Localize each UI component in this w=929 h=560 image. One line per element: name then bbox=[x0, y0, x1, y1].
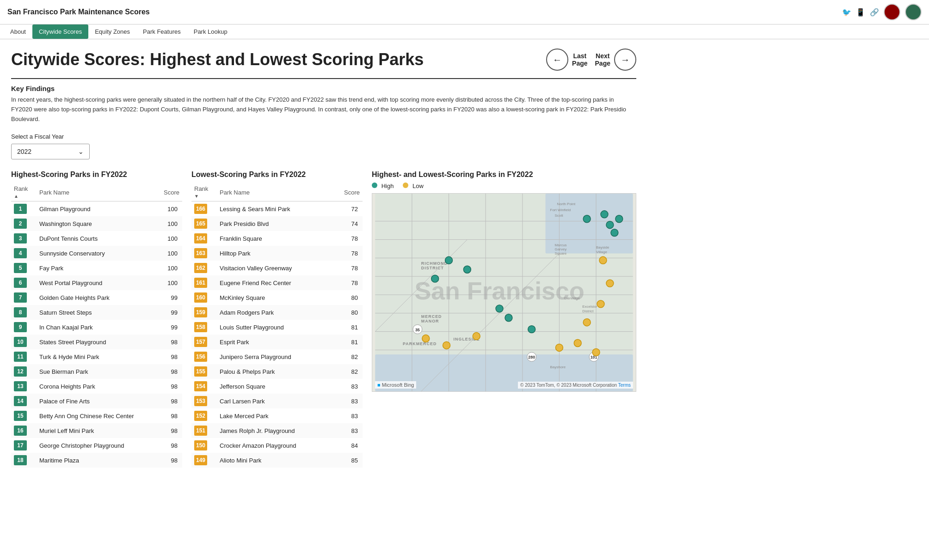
lowest-rank-header[interactable]: Rank bbox=[191, 183, 217, 201]
next-page-circle[interactable]: → bbox=[614, 49, 636, 71]
score-cell: 98 bbox=[157, 349, 182, 364]
page-navigation: ← LastPage NextPage → bbox=[546, 49, 636, 71]
svg-text:Bayshore: Bayshore bbox=[550, 365, 566, 370]
score-cell: 74 bbox=[332, 216, 363, 231]
map-attribution: © 2023 TomTom, © 2023 Microsoft Corporat… bbox=[518, 382, 633, 389]
terms-link[interactable]: Terms bbox=[618, 383, 631, 388]
name-cell: Palou & Phelps Park bbox=[217, 364, 332, 379]
name-cell: States Street Playground bbox=[37, 335, 157, 349]
score-cell: 78 bbox=[332, 261, 363, 275]
table-row: 165 Park Presidio Blvd 74 bbox=[191, 216, 363, 231]
score-cell: 99 bbox=[157, 290, 182, 305]
svg-text:RICHMOND: RICHMOND bbox=[421, 262, 448, 266]
score-cell: 98 bbox=[157, 335, 182, 349]
nav-park-lookup[interactable]: Park Lookup bbox=[187, 24, 234, 39]
svg-text:San Francisco: San Francisco bbox=[414, 277, 584, 304]
svg-text:MANOR: MANOR bbox=[421, 319, 439, 323]
highest-rank-header[interactable]: Rank bbox=[11, 183, 37, 201]
rank-cell: 17 bbox=[11, 438, 37, 453]
name-cell: Crocker Amazon Playground bbox=[217, 438, 332, 453]
rank-cell: 3 bbox=[11, 231, 37, 246]
app-header: San Francisco Park Maintenance Scores 🐦 … bbox=[0, 0, 929, 24]
score-cell: 100 bbox=[157, 216, 182, 231]
rank-cell: 18 bbox=[11, 453, 37, 468]
legend-low-dot bbox=[403, 183, 408, 188]
table-row: 13 Corona Heights Park 98 bbox=[11, 379, 182, 394]
nav-park-features[interactable]: Park Features bbox=[136, 24, 187, 39]
name-cell: Esprit Park bbox=[217, 335, 332, 349]
score-cell: 80 bbox=[332, 290, 363, 305]
table-row: 161 Eugene Friend Rec Center 78 bbox=[191, 275, 363, 290]
rank-badge: 163 bbox=[194, 248, 207, 258]
rank-cell: 7 bbox=[11, 290, 37, 305]
svg-point-63 bbox=[443, 342, 450, 349]
name-cell: Adam Rodgers Park bbox=[217, 305, 332, 320]
table-row: 164 Franklin Square 78 bbox=[191, 231, 363, 246]
last-page-circle[interactable]: ← bbox=[546, 49, 568, 71]
score-cell: 100 bbox=[157, 231, 182, 246]
key-findings-title: Key Findings bbox=[11, 85, 636, 92]
svg-text:Square: Square bbox=[554, 252, 566, 256]
nav-about[interactable]: About bbox=[4, 24, 32, 39]
highest-score-header: Score bbox=[157, 183, 182, 201]
svg-point-62 bbox=[473, 333, 480, 340]
facebook-icon[interactable]: 🐦 bbox=[842, 8, 851, 17]
svg-text:Bayside: Bayside bbox=[596, 246, 609, 250]
rank-cell: 12 bbox=[11, 364, 37, 379]
rank-badge: 154 bbox=[194, 381, 207, 391]
svg-text:Marcus: Marcus bbox=[554, 243, 566, 248]
rank-cell: 6 bbox=[11, 275, 37, 290]
score-cell: 72 bbox=[332, 201, 363, 217]
svg-point-59 bbox=[574, 340, 581, 347]
nav-citywide-scores[interactable]: Citywide Scores bbox=[32, 24, 88, 39]
name-cell: Jefferson Square bbox=[217, 379, 332, 394]
rank-badge: 160 bbox=[194, 292, 207, 303]
table-row: 153 Carl Larsen Park 83 bbox=[191, 394, 363, 408]
last-page-button[interactable]: ← LastPage bbox=[546, 49, 587, 71]
key-findings-section: Key Findings In recent years, the highes… bbox=[11, 85, 636, 124]
name-cell: Lessing & Sears Mini Park bbox=[217, 201, 332, 217]
svg-text:DISTRICT: DISTRICT bbox=[421, 266, 444, 271]
tables-map-section: Highest-Scoring Parks in FY2022 Rank Par… bbox=[11, 170, 636, 468]
table-row: 158 Louis Sutter Playground 81 bbox=[191, 320, 363, 335]
nav-equity-zones[interactable]: Equity Zones bbox=[88, 24, 136, 39]
name-cell: George Christopher Playground bbox=[37, 438, 157, 453]
next-page-button[interactable]: NextPage → bbox=[595, 49, 636, 71]
rank-badge: 17 bbox=[14, 440, 27, 450]
map-container: RICHMOND DISTRICT MERCED MANOR PARKMERCE… bbox=[372, 193, 636, 392]
svg-point-52 bbox=[505, 314, 512, 322]
rank-badge: 11 bbox=[14, 352, 27, 362]
legend-low: Low bbox=[403, 183, 423, 189]
name-cell: Fay Park bbox=[37, 261, 157, 275]
rank-cell: 165 bbox=[191, 216, 217, 231]
score-cell: 80 bbox=[332, 305, 363, 320]
score-cell: 82 bbox=[332, 364, 363, 379]
rank-cell: 4 bbox=[11, 246, 37, 261]
score-cell: 98 bbox=[157, 364, 182, 379]
svg-point-50 bbox=[463, 266, 471, 274]
rank-cell: 160 bbox=[191, 290, 217, 305]
map-title: Highest- and Lowest-Scoring Parks in FY2… bbox=[372, 170, 636, 179]
name-cell: Saturn Street Steps bbox=[37, 305, 157, 320]
name-cell: West Portal Playground bbox=[37, 275, 157, 290]
table-row: 7 Golden Gate Heights Park 99 bbox=[11, 290, 182, 305]
svg-point-49 bbox=[445, 257, 453, 264]
svg-text:280: 280 bbox=[528, 355, 535, 360]
table-row: 1 Gilman Playground 100 bbox=[11, 201, 182, 217]
rank-badge: 5 bbox=[14, 263, 27, 273]
rank-badge: 151 bbox=[194, 426, 207, 436]
score-cell: 98 bbox=[157, 453, 182, 468]
svg-text:North Point: North Point bbox=[557, 202, 576, 206]
svg-point-58 bbox=[583, 319, 591, 326]
link-icon[interactable]: 🔗 bbox=[870, 8, 879, 17]
name-cell: Muriel Leff Mini Park bbox=[37, 423, 157, 438]
twitter-icon[interactable]: 📱 bbox=[856, 8, 865, 17]
score-cell: 98 bbox=[157, 408, 182, 423]
rank-badge: 10 bbox=[14, 337, 27, 347]
name-cell: Junipero Serra Playground bbox=[217, 349, 332, 364]
svg-point-51 bbox=[496, 305, 503, 312]
rank-badge: 3 bbox=[14, 233, 27, 243]
year-select[interactable]: 2022 ⌄ bbox=[11, 144, 90, 159]
rank-cell: 154 bbox=[191, 379, 217, 394]
rank-badge: 155 bbox=[194, 366, 207, 377]
